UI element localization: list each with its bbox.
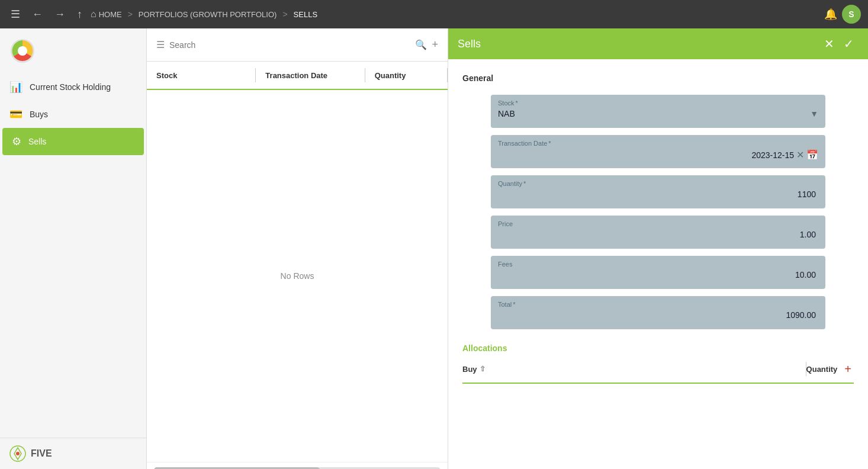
search-icon[interactable]: 🔍 (415, 39, 427, 50)
date-row: 2023-12-15 ✕ 📅 (498, 149, 818, 160)
svg-point-3 (16, 452, 20, 455)
total-required: * (513, 301, 515, 308)
price-value: 1.00 (800, 230, 818, 239)
five-logo-icon (9, 445, 26, 462)
sidebar-item-label-buys: Buys (30, 110, 48, 119)
current-stock-icon: 📊 (9, 81, 22, 94)
current-page-label: SELLS (294, 10, 317, 19)
search-bar: ☰ 🔍 + (147, 28, 448, 62)
sells-panel: Sells ✕ ✓ General Stock * NAB ▼ (448, 28, 868, 469)
sells-icon: ⚙ (12, 135, 21, 148)
allocations-header: Buy ⇧ Quantity + (462, 360, 854, 384)
sidebar-nav: 📊 Current Stock Holding 💳 Buys ⚙ Sells (0, 73, 146, 438)
main-area: 📊 Current Stock Holding 💳 Buys ⚙ Sells F… (0, 28, 868, 469)
fees-value: 10.00 (795, 270, 818, 280)
allocations-section: Allocations Buy ⇧ Quantity + (462, 343, 854, 384)
form-fields: Stock * NAB ▼ Transaction Date * (462, 95, 854, 329)
table-footer (147, 462, 448, 469)
stock-label: Stock * (498, 99, 818, 107)
breadcrumb-sep-1: > (128, 9, 133, 19)
date-clear-icon[interactable]: ✕ (796, 149, 804, 160)
stock-dropdown-arrow[interactable]: ▼ (810, 109, 818, 118)
filter-icon[interactable]: ☰ (156, 39, 165, 50)
calendar-icon[interactable]: 📅 (806, 149, 818, 160)
price-row: 1.00 (498, 230, 818, 239)
price-label: Price (498, 220, 818, 227)
col-header-quantity: Quantity (365, 64, 447, 87)
transaction-date-label: Transaction Date * (498, 140, 818, 147)
buys-icon: 💳 (9, 108, 22, 121)
fees-field: Fees 10.00 (491, 256, 825, 289)
no-rows-message: No Rows (281, 271, 314, 281)
quantity-value: 1100 (798, 189, 818, 199)
stock-field: Stock * NAB ▼ (491, 95, 825, 128)
home-link[interactable]: ⌂ HOME (91, 9, 122, 20)
allocations-title: Allocations (462, 343, 854, 353)
transaction-date-field: Transaction Date * 2023-12-15 ✕ 📅 (491, 135, 825, 168)
breadcrumb-sep-2: > (282, 9, 287, 19)
sells-body: General Stock * NAB ▼ Transac (448, 59, 868, 398)
sidebar: 📊 Current Stock Holding 💳 Buys ⚙ Sells F… (0, 28, 147, 469)
buy-sort-icon[interactable]: ⇧ (480, 365, 486, 373)
quantity-label: Quantity * (498, 180, 818, 187)
user-avatar[interactable]: S (842, 5, 861, 24)
close-icon[interactable]: ✕ (819, 34, 839, 53)
notification-icon[interactable]: 🔔 (824, 8, 837, 21)
sidebar-logo (0, 28, 146, 73)
add-icon[interactable]: + (432, 38, 438, 51)
five-brand-label: FIVE (31, 448, 52, 459)
date-value: 2023-12-15 (751, 150, 796, 160)
menu-icon[interactable]: ☰ (7, 5, 24, 23)
stock-required: * (516, 99, 518, 107)
app-logo (9, 38, 36, 64)
date-actions: ✕ 📅 (796, 149, 818, 160)
total-label: Total * (498, 301, 818, 308)
table-container: Stock Transaction Date Quantity No Rows (147, 62, 448, 469)
alloc-col-buy: Buy ⇧ (462, 365, 806, 374)
home-icon: ⌂ (91, 9, 97, 20)
quantity-field: Quantity * 1100 (491, 175, 825, 208)
sidebar-item-buys[interactable]: 💳 Buys (0, 101, 146, 128)
search-input[interactable] (169, 40, 410, 50)
alloc-col-qty: Quantity (806, 365, 838, 374)
home-label: HOME (99, 10, 122, 19)
sidebar-item-sells[interactable]: ⚙ Sells (2, 128, 144, 155)
fees-label: Fees (498, 261, 818, 268)
topbar: ☰ ← → ↑ ⌂ HOME > PORTFOLIOS (GROWTH PORT… (0, 0, 868, 28)
total-row: 1090.00 (498, 310, 818, 320)
sidebar-item-label-sells: Sells (28, 137, 46, 146)
qty-row: 1100 (498, 189, 818, 199)
sidebar-item-label-current-stock: Current Stock Holding (30, 82, 111, 92)
qty-required: * (523, 180, 526, 187)
price-field: Price 1.00 (491, 216, 825, 249)
total-value: 1090.00 (786, 310, 818, 320)
back-icon[interactable]: ← (28, 6, 46, 23)
col-header-transaction-date: Transaction Date (256, 64, 364, 87)
total-field: Total * 1090.00 (491, 296, 825, 329)
table-body-empty: No Rows (147, 90, 448, 462)
sells-header: Sells ✕ ✓ (448, 28, 868, 59)
content-panel: ☰ 🔍 + Stock Transaction Date Quantity (147, 28, 448, 469)
up-icon[interactable]: ↑ (73, 6, 86, 23)
svg-point-1 (18, 46, 27, 56)
check-icon[interactable]: ✓ (839, 34, 859, 53)
section-general-title: General (462, 73, 854, 83)
add-allocation-button[interactable]: + (842, 362, 854, 376)
col-header-stock: Stock (147, 64, 255, 87)
sells-panel-title: Sells (458, 38, 819, 50)
table-header: Stock Transaction Date Quantity (147, 62, 448, 90)
sidebar-bottom: FIVE (0, 438, 146, 469)
portfolio-link[interactable]: PORTFOLIOS (GROWTH PORTFOLIO) (139, 10, 277, 19)
fees-row: 10.00 (498, 270, 818, 280)
forward-icon[interactable]: → (51, 6, 69, 23)
date-required: * (548, 140, 551, 147)
stock-value: NAB (498, 109, 515, 118)
sidebar-item-current-stock-holding[interactable]: 📊 Current Stock Holding (0, 73, 146, 101)
stock-row: NAB ▼ (498, 109, 818, 118)
